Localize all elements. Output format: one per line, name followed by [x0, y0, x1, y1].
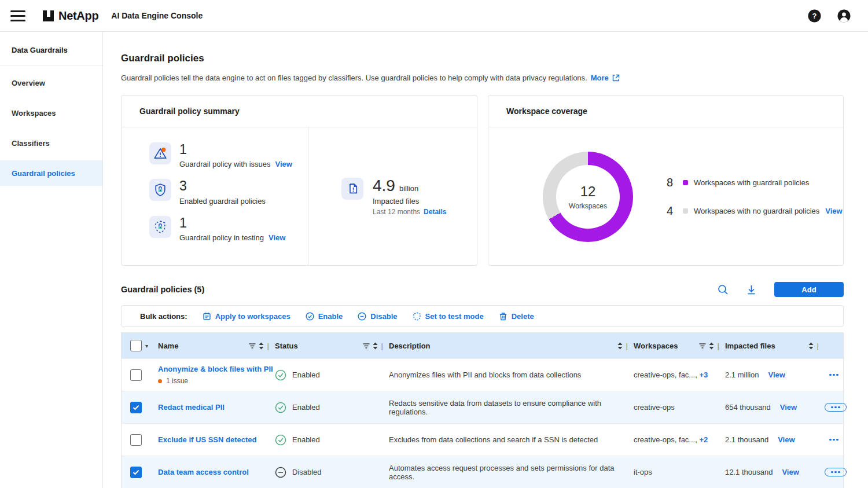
bulk-set-to-test-mode[interactable]: Set to test mode	[413, 312, 484, 321]
legend-value: 4	[667, 204, 678, 218]
stat-policy-with-issues: 1 Guardrail policy with issuesView	[149, 142, 308, 168]
legend-swatch-gray	[683, 208, 688, 214]
page-title: Guardrail policies	[121, 53, 844, 64]
column-header-name: Name	[158, 342, 178, 350]
add-button[interactable]: Add	[774, 282, 844, 297]
impacted-files-icon	[341, 178, 363, 200]
policy-name-link[interactable]: Data team access control	[158, 468, 275, 476]
netapp-logo: NetApp	[43, 9, 98, 23]
app-title: AI Data Engine Console	[111, 11, 203, 20]
policy-name-link[interactable]: Anonymize & block files with PII	[158, 365, 275, 373]
table-row: Exclude if US SSN detected Enabled Exclu…	[122, 423, 843, 456]
row-menu-icon[interactable]	[825, 468, 847, 477]
page-description: Guardrail policies tell the data engine …	[121, 74, 587, 82]
guardrail-policy-summary-card: Guardrail policy summary 1 Guardrail pol…	[121, 95, 477, 266]
external-link-icon[interactable]	[612, 74, 620, 82]
donut-total: 12	[580, 184, 596, 200]
main-content: Guardrail policies Guardrail policies te…	[103, 32, 868, 488]
status-text: Enabled	[292, 403, 320, 412]
row-menu-icon[interactable]	[825, 436, 843, 444]
impacted-files-count: 2.1 thousand	[725, 435, 768, 444]
help-icon[interactable]: ?	[808, 9, 821, 23]
svg-text:?: ?	[812, 12, 817, 20]
legend-label: Workspaces with guardrail policies	[694, 178, 809, 187]
netapp-logo-mark-icon	[43, 10, 54, 21]
sort-icon[interactable]	[617, 342, 623, 350]
workspaces-more-link[interactable]: +3	[699, 370, 708, 379]
brand-name: NetApp	[58, 9, 98, 23]
policy-name-link[interactable]: Redact medical PII	[158, 403, 275, 412]
impacted-files-period: Last 12 months	[373, 208, 420, 216]
more-link[interactable]: More	[591, 74, 609, 82]
stat-label: Enabled guardrail policies	[179, 197, 266, 206]
sort-icon[interactable]	[259, 342, 264, 350]
sort-icon[interactable]	[373, 342, 378, 350]
workspaces-more-link[interactable]: +2	[699, 435, 708, 444]
policy-name-link[interactable]: Exclude if US SSN detected	[158, 435, 275, 444]
workspaces-text: creative-ops, fac...,	[634, 370, 697, 379]
legend-label: Workspaces with no guardrail policies	[694, 207, 819, 215]
donut-total-label: Workspaces	[569, 202, 607, 210]
minus-circle-icon	[358, 312, 366, 321]
top-bar: NetApp AI Data Engine Console ?	[0, 0, 868, 32]
policy-description: Redacts sensitive data from datasets to …	[389, 399, 634, 416]
status-text: Enabled	[292, 370, 320, 379]
row-menu-icon[interactable]	[825, 403, 847, 412]
table-row: Data team access control Disabled Automa…	[122, 456, 843, 488]
bulk-apply-to-workspaces[interactable]: Apply to workspaces	[203, 312, 290, 321]
filter-icon[interactable]	[249, 343, 256, 349]
row-checkbox[interactable]	[130, 369, 142, 381]
impacted-files-count: 654 thousand	[725, 403, 771, 412]
table-row: Anonymize & block files with PII 1 issue…	[122, 358, 843, 391]
select-all-checkbox[interactable]	[130, 340, 142, 351]
policy-description: Excludes from data collections and searc…	[389, 435, 634, 444]
sidebar-item-workspaces[interactable]: Workspaces	[0, 100, 102, 126]
status-enabled-icon	[275, 402, 286, 413]
sidebar-item-overview[interactable]: Overview	[0, 70, 102, 96]
bulk-actions-bar: Bulk actions: Apply to workspaces Enable…	[121, 305, 844, 327]
row-checkbox[interactable]	[130, 434, 142, 446]
view-impacted-link[interactable]: View	[780, 403, 797, 412]
search-icon[interactable]	[718, 284, 729, 295]
bulk-enable[interactable]: Enable	[306, 312, 343, 321]
hamburger-menu-icon[interactable]	[10, 10, 25, 21]
stat-label: Guardrail policy with issues	[179, 160, 271, 168]
workspace-coverage-card: Workspace coverage 12 Workspaces 8 Works…	[488, 95, 844, 266]
sidebar-item-guardrail-policies[interactable]: Guardrail policies	[0, 160, 102, 186]
bulk-delete[interactable]: Delete	[499, 312, 534, 321]
filter-icon[interactable]	[699, 343, 706, 349]
check-circle-icon	[306, 312, 314, 321]
details-link[interactable]: Details	[424, 208, 446, 216]
view-impacted-link[interactable]: View	[782, 468, 799, 476]
row-checkbox[interactable]	[130, 402, 142, 413]
view-issues-link[interactable]: View	[275, 160, 292, 168]
row-menu-icon[interactable]	[825, 371, 843, 379]
workspace-coverage-donut-chart: 12 Workspaces	[543, 152, 633, 242]
legend-with-policies: 8 Workspaces with guardrail policies	[667, 176, 843, 189]
shield-test-icon	[149, 216, 171, 238]
download-icon[interactable]	[746, 284, 757, 295]
view-testing-link[interactable]: View	[269, 233, 285, 242]
sidebar-item-classifiers[interactable]: Classifiers	[0, 130, 102, 156]
sort-icon[interactable]	[808, 342, 814, 350]
impacted-files-count: 12.1 thousand	[725, 468, 773, 476]
view-impacted-link[interactable]: View	[778, 435, 795, 444]
apply-to-workspaces-icon	[203, 312, 211, 321]
legend-no-policies: 4 Workspaces with no guardrail policies …	[667, 204, 843, 218]
filter-icon[interactable]	[363, 343, 370, 349]
user-account-icon[interactable]	[837, 9, 851, 23]
test-mode-icon	[413, 312, 421, 321]
legend-value: 8	[667, 176, 678, 189]
bulk-disable[interactable]: Disable	[358, 312, 397, 321]
warning-triangle-icon	[149, 142, 171, 164]
status-enabled-icon	[275, 434, 286, 446]
select-all-caret-icon[interactable]: ▾	[145, 343, 148, 349]
row-checkbox[interactable]	[130, 467, 142, 478]
column-header-description: Description	[389, 342, 431, 350]
sort-icon[interactable]	[709, 342, 714, 350]
table-row: Redact medical PII Enabled Redacts sensi…	[122, 391, 843, 423]
impacted-files-stat: 4.9 billion Impacted files Last 12 month…	[341, 178, 446, 216]
view-workspaces-link[interactable]: View	[825, 207, 842, 215]
view-impacted-link[interactable]: View	[768, 370, 785, 379]
policy-description: Automates access request processes and s…	[389, 464, 634, 481]
